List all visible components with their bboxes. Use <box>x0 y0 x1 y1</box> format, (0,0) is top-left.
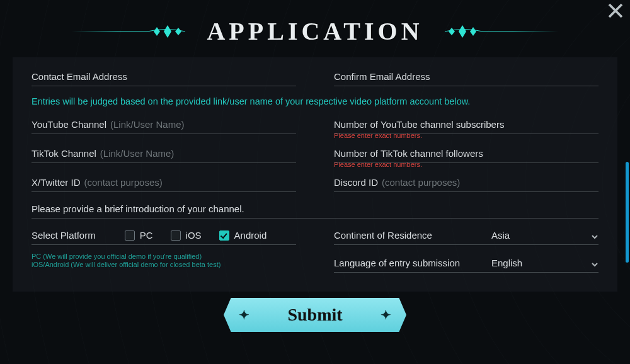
continent-value: Asia <box>491 230 510 241</box>
youtube-subs-field[interactable]: Number of YouTube channel subscribers <box>334 117 598 134</box>
tiktok-followers-field[interactable]: Number of TikTok channel followers <box>334 145 598 163</box>
platform-android-label: Android <box>234 230 267 241</box>
youtube-subs-label: Number of YouTube channel subscribers <box>334 119 504 130</box>
platform-ios-label: iOS <box>186 230 202 241</box>
ornament-line-left <box>72 31 147 31</box>
twitter-id-hint: (contact purposes) <box>84 177 163 188</box>
ornament-line-right <box>483 31 558 31</box>
youtube-channel-hint: (Link/User Name) <box>110 119 185 130</box>
select-platform-label: Select Platform <box>32 230 96 241</box>
tiktok-channel-hint: (Link/User Name) <box>100 148 175 159</box>
channel-intro-label: Please provide a brief introduction of y… <box>32 203 244 214</box>
form-panel: Contact Email Address Confirm Email Addr… <box>13 57 617 292</box>
info-text: Entries will be judged based on the prov… <box>32 96 598 106</box>
discord-id-label: Discord ID <box>334 177 378 188</box>
platform-note-mobile: iOS/Android (We will deliver official de… <box>32 259 296 270</box>
page-title: APPLICATION <box>207 16 423 46</box>
select-platform-row: Select Platform PC iOS Android <box>32 227 296 245</box>
discord-id-hint: (contact purposes) <box>382 177 460 188</box>
continent-select[interactable]: Continent of Residence Asia <box>334 227 598 245</box>
tiktok-channel-field[interactable]: TikTok Channel (Link/User Name) <box>32 145 296 163</box>
submit-label: Submit <box>287 305 342 325</box>
platform-pc-checkbox[interactable]: PC <box>125 230 153 241</box>
close-button[interactable] <box>605 1 626 23</box>
scrollbar-thumb[interactable] <box>626 162 629 263</box>
ornament-left <box>72 22 198 41</box>
close-icon <box>606 1 625 23</box>
confirm-email-label: Confirm Email Address <box>334 71 430 82</box>
discord-id-field[interactable]: Discord ID (contact purposes) <box>334 174 598 192</box>
platform-android-checkbox[interactable]: Android <box>219 230 267 241</box>
language-value: English <box>491 258 522 268</box>
checkbox-checked-icon <box>219 230 229 241</box>
contact-email-field[interactable]: Contact Email Address <box>32 69 296 86</box>
language-select[interactable]: Language of entry submission English <box>334 255 598 273</box>
ornament-right <box>432 22 558 41</box>
contact-email-label: Contact Email Address <box>32 71 127 82</box>
twitter-id-label: X/Twitter ID <box>32 177 81 188</box>
continent-label: Continent of Residence <box>334 230 432 241</box>
confirm-email-field[interactable]: Confirm Email Address <box>334 69 598 86</box>
chevron-down-icon <box>591 259 598 267</box>
language-label: Language of entry submission <box>334 258 460 268</box>
tiktok-channel-label: TikTok Channel <box>32 148 96 159</box>
channel-intro-field[interactable]: Please provide a brief introduction of y… <box>32 201 598 219</box>
checkbox-icon <box>125 230 135 241</box>
tiktok-followers-label: Number of TikTok channel followers <box>334 148 483 159</box>
checkbox-icon <box>171 230 181 241</box>
chevron-down-icon <box>591 232 598 239</box>
youtube-channel-field[interactable]: YouTube Channel (Link/User Name) <box>32 117 296 134</box>
youtube-channel-label: YouTube Channel <box>32 119 106 130</box>
submit-row: Submit <box>0 298 630 332</box>
twitter-id-field[interactable]: X/Twitter ID (contact purposes) <box>32 174 296 192</box>
submit-button[interactable]: Submit <box>224 298 406 332</box>
platform-pc-label: PC <box>140 230 153 241</box>
platform-ios-checkbox[interactable]: iOS <box>171 230 202 241</box>
scrollbar[interactable] <box>626 60 629 314</box>
title-row: APPLICATION <box>0 16 630 46</box>
